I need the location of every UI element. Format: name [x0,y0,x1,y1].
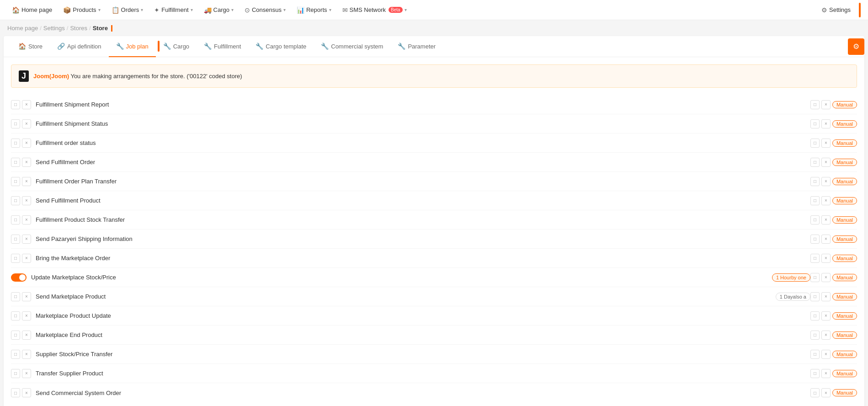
job-close-button[interactable]: × [22,100,31,109]
job-close-button[interactable]: × [22,369,31,378]
job-close-button[interactable]: × [22,139,31,148]
job-right-close[interactable]: × [821,273,831,282]
job-right-controls: □×Manual [810,388,857,397]
joom-logo: J [19,70,29,82]
tab-cargo-template[interactable]: 🔧 Cargo template [248,36,314,57]
job-right-toggle[interactable]: □ [810,273,820,282]
job-list: □×Fulfillment Shipment Report□×Manual□×F… [4,95,864,406]
nav-homepage[interactable]: 🏠 Home page [7,0,57,20]
job-right-close[interactable]: × [821,311,831,321]
job-right-close[interactable]: × [821,139,831,148]
job-right-toggle[interactable]: □ [810,350,820,359]
job-right-toggle[interactable]: □ [810,158,820,167]
job-left-controls: □× [11,235,31,244]
job-toggle-off[interactable]: □ [11,100,20,109]
tab-job-plan[interactable]: 🔧 Job plan [109,36,156,57]
tab-parameter[interactable]: 🔧 Parameter [390,36,443,57]
job-row: □×Marketplace Product Update□×Manual [11,306,857,326]
job-right-toggle[interactable]: □ [810,139,820,148]
job-close-button[interactable]: × [22,177,31,186]
job-toggle-off[interactable]: □ [11,331,20,340]
job-toggle-off[interactable]: □ [11,254,20,263]
nav-consensus[interactable]: ⊙ Consensus ▾ [240,0,290,20]
parameter-tab-icon: 🔧 [398,43,405,50]
tab-cargo[interactable]: 🔧 Cargo [156,36,197,57]
breadcrumb-sep-1: / [40,25,42,32]
job-close-button[interactable]: × [22,196,31,205]
job-manual-badge: Manual [832,370,857,377]
job-right-close[interactable]: × [821,177,831,186]
job-right-close[interactable]: × [821,215,831,224]
job-right-toggle[interactable]: □ [810,311,820,321]
job-toggle-off[interactable]: □ [11,139,20,148]
job-right-toggle[interactable]: □ [810,215,820,224]
nav-fulfillment-label: Fulfillment [161,6,188,13]
nav-reports[interactable]: 📊 Reports ▾ [292,0,336,20]
job-right-toggle[interactable]: □ [810,196,820,205]
job-right-close[interactable]: × [821,158,831,167]
job-toggle-off[interactable]: □ [11,235,20,244]
nav-fulfillment[interactable]: ✦ Fulfillment ▾ [149,0,197,20]
job-right-close[interactable]: × [821,119,831,128]
job-right-toggle[interactable]: □ [810,119,820,128]
job-right-toggle[interactable]: □ [810,177,820,186]
top-navigation: 🏠 Home page 📦 Products ▾ 📋 Orders ▾ ✦ Fu… [0,0,868,20]
job-toggle-off[interactable]: □ [11,196,20,205]
job-right-toggle[interactable]: □ [810,235,820,244]
breadcrumb-homepage[interactable]: Home page [7,25,38,32]
breadcrumb-settings[interactable]: Settings [43,25,65,32]
job-close-button[interactable]: × [22,388,31,397]
cargo-caret: ▾ [231,7,234,12]
job-right-controls: □×Manual [810,254,857,263]
job-right-close[interactable]: × [821,369,831,378]
job-right-close[interactable]: × [821,331,831,340]
job-close-button[interactable]: × [22,331,31,340]
nav-orders-label: Orders [121,6,139,13]
job-right-close[interactable]: × [821,254,831,263]
nav-orders[interactable]: 📋 Orders ▾ [107,0,148,20]
job-right-close[interactable]: × [821,100,831,109]
tab-settings-button[interactable]: ⚙ [848,38,864,55]
tab-api-definition[interactable]: 🔗 Api definition [50,36,108,57]
job-right-close[interactable]: × [821,388,831,397]
job-right-toggle[interactable]: □ [810,292,820,301]
job-right-toggle[interactable]: □ [810,254,820,263]
job-toggle-off[interactable]: □ [11,177,20,186]
job-left-controls: □× [11,331,31,340]
job-right-close[interactable]: × [821,350,831,359]
job-close-button[interactable]: × [22,235,31,244]
nav-products[interactable]: 📦 Products ▾ [59,0,105,20]
job-toggle-off[interactable]: □ [11,311,20,321]
job-right-toggle[interactable]: □ [810,100,820,109]
job-toggle-off[interactable]: □ [11,158,20,167]
nav-sms-network[interactable]: ✉ SMS Network Beta ▾ [338,0,411,20]
job-close-button[interactable]: × [22,215,31,224]
tab-commercial-system[interactable]: 🔧 Commercial system [314,36,390,57]
tab-store[interactable]: 🏠 Store [11,36,50,57]
job-right-toggle[interactable]: □ [810,369,820,378]
cargo-template-tab-icon: 🔧 [256,43,263,50]
job-toggle-off[interactable]: □ [11,119,20,128]
job-close-button[interactable]: × [22,158,31,167]
job-close-button[interactable]: × [22,254,31,263]
job-toggle-off[interactable]: □ [11,215,20,224]
job-right-close[interactable]: × [821,196,831,205]
job-close-button[interactable]: × [22,292,31,301]
job-toggle-off[interactable]: □ [11,350,20,359]
job-close-button[interactable]: × [22,119,31,128]
job-close-button[interactable]: × [22,311,31,321]
nav-settings[interactable]: ⚙ Settings [817,0,855,20]
job-right-close[interactable]: × [821,235,831,244]
job-right-toggle[interactable]: □ [810,388,820,397]
nav-cargo[interactable]: 🚚 Cargo ▾ [199,0,238,20]
job-toggle-off[interactable]: □ [11,388,20,397]
tab-fulfillment[interactable]: 🔧 Fulfillment [197,36,248,57]
job-right-close[interactable]: × [821,292,831,301]
job-close-button[interactable]: × [22,350,31,359]
job-left-controls: □× [11,254,31,263]
breadcrumb-stores[interactable]: Stores [70,25,87,32]
job-toggle-off[interactable]: □ [11,369,20,378]
job-right-toggle[interactable]: □ [810,331,820,340]
job-toggle-off[interactable]: □ [11,292,20,301]
job-toggle[interactable] [11,273,27,282]
